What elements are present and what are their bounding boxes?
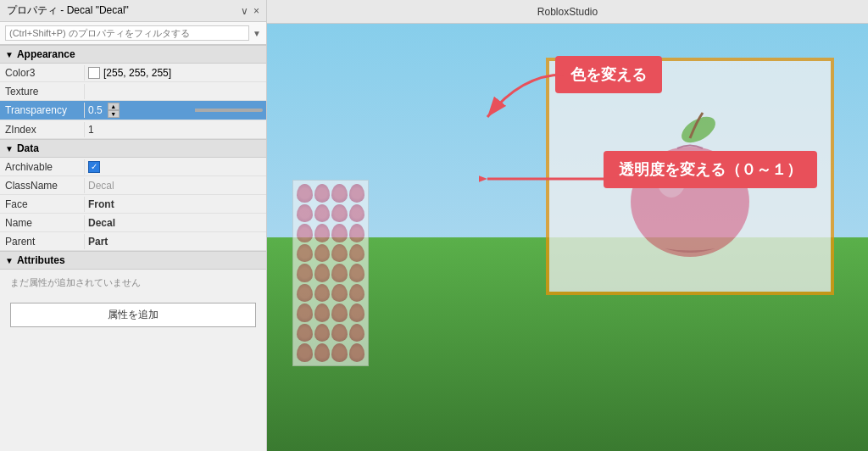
- parent-text: Part: [88, 236, 108, 248]
- texture-label: Texture: [0, 84, 85, 99]
- apple-dot: [331, 264, 348, 282]
- zindex-value[interactable]: 1: [85, 122, 266, 137]
- color-swatch[interactable]: [88, 67, 100, 79]
- face-value[interactable]: Front: [85, 197, 266, 212]
- apple-dot: [349, 244, 365, 263]
- transparency-value[interactable]: 0.5 ▲ ▼: [85, 101, 266, 120]
- apple-dot: [349, 224, 365, 242]
- apple-dot: [349, 204, 365, 223]
- callout-transparency: 透明度を変える（０～１）: [604, 151, 817, 188]
- attributes-empty-text: まだ属性が追加されていません: [0, 270, 266, 296]
- apple-dot: [314, 284, 331, 303]
- apple-dot: [331, 184, 348, 203]
- parent-label: Parent: [0, 234, 85, 249]
- name-value[interactable]: Decal: [85, 215, 266, 231]
- callout-transparency-text: 透明度を変える（０～１）: [619, 161, 802, 178]
- apple-dot: [297, 184, 313, 203]
- filter-input[interactable]: [5, 25, 249, 41]
- data-collapse-icon: ▼: [5, 144, 14, 153]
- apple-dot: [314, 224, 331, 242]
- panel-title: プロパティ - Decal "Decal": [7, 3, 129, 18]
- parent-value[interactable]: Part: [85, 234, 266, 249]
- face-label: Face: [0, 197, 85, 212]
- filter-row: ▼: [0, 22, 266, 45]
- appearance-section-header[interactable]: ▼ Appearance: [0, 45, 266, 64]
- color3-text: [255, 255, 255]: [103, 67, 171, 79]
- apple-dot: [331, 244, 348, 263]
- apple-dot: [314, 204, 331, 223]
- viewport-header: RobloxStudio: [267, 0, 868, 24]
- attributes-section-header[interactable]: ▼ Attributes: [0, 251, 266, 270]
- transparency-spinner[interactable]: ▲ ▼: [108, 103, 120, 118]
- attributes-collapse-icon: ▼: [5, 256, 14, 265]
- archivable-row: Archivable ✓: [0, 158, 266, 176]
- viewport-title: RobloxStudio: [537, 6, 598, 18]
- apple-dot: [331, 324, 348, 342]
- apple-dot: [331, 204, 348, 223]
- apple-dot: [297, 284, 313, 303]
- panel-controls: ∨ ×: [241, 5, 259, 17]
- zindex-text: 1: [88, 124, 94, 136]
- data-section-header[interactable]: ▼ Data: [0, 139, 266, 158]
- name-text: Decal: [88, 217, 115, 229]
- add-attribute-button[interactable]: 属性を追加: [10, 303, 256, 327]
- apple-dot: [297, 324, 313, 342]
- transparency-label: Transparency: [0, 103, 85, 118]
- apple-dot: [331, 343, 348, 362]
- classname-text: Decal: [88, 180, 114, 192]
- name-row: Name Decal: [0, 214, 266, 232]
- face-row: Face Front: [0, 195, 266, 214]
- apple-dot: [331, 224, 348, 242]
- transparency-row[interactable]: Transparency 0.5 ▲ ▼: [0, 101, 266, 120]
- viewport: RobloxStudio: [267, 0, 868, 451]
- apple-dot: [349, 303, 365, 322]
- zindex-label: ZIndex: [0, 122, 85, 137]
- collapse-button[interactable]: ∨: [241, 5, 248, 17]
- apple-dot: [314, 324, 331, 342]
- apple-block-left: [292, 180, 369, 366]
- apple-dot: [331, 284, 348, 303]
- apple-dot: [331, 303, 348, 322]
- name-label: Name: [0, 215, 85, 231]
- apple-dot: [297, 204, 313, 223]
- zindex-row: ZIndex 1: [0, 120, 266, 139]
- appearance-collapse-icon: ▼: [5, 50, 14, 59]
- archivable-label: Archivable: [0, 159, 85, 175]
- color3-value[interactable]: [255, 255, 255]: [85, 65, 266, 81]
- apple-dot: [349, 324, 365, 342]
- classname-value: Decal: [85, 178, 266, 193]
- apple-dot: [349, 343, 365, 362]
- apple-dot: [297, 224, 313, 242]
- filter-arrow-icon: ▼: [253, 29, 261, 38]
- transparency-slider[interactable]: [126, 109, 263, 112]
- color3-label: Color3: [0, 65, 85, 81]
- properties-panel: プロパティ - Decal "Decal" ∨ × ▼ ▼ Appearance…: [0, 0, 267, 451]
- archivable-checkbox[interactable]: ✓: [88, 161, 100, 173]
- apple-dot: [314, 244, 331, 263]
- close-button[interactable]: ×: [253, 5, 259, 17]
- scene-background: 色を変える 透明度を変える（０～１）: [267, 24, 868, 451]
- apple-dot: [297, 244, 313, 263]
- svg-point-0: [677, 112, 720, 148]
- apple-dot: [297, 303, 313, 322]
- classname-label: ClassName: [0, 178, 85, 193]
- spinner-down[interactable]: ▼: [108, 110, 120, 118]
- apple-dot: [349, 284, 365, 303]
- classname-row: ClassName Decal: [0, 176, 266, 195]
- attributes-section-label: Attributes: [17, 254, 65, 266]
- appearance-section-label: Appearance: [17, 48, 75, 60]
- texture-row: Texture: [0, 82, 266, 101]
- apple-dot: [314, 343, 331, 362]
- archivable-value[interactable]: ✓: [85, 159, 266, 175]
- callout-color-text: 色を変える: [570, 66, 647, 83]
- spinner-up[interactable]: ▲: [108, 103, 120, 110]
- data-section-label: Data: [17, 142, 39, 154]
- color3-row: Color3 [255, 255, 255]: [0, 64, 266, 82]
- apple-dot: [349, 184, 365, 203]
- apple-dot: [297, 264, 313, 282]
- transparency-number: 0.5: [88, 104, 103, 116]
- apple-dot: [314, 303, 331, 322]
- texture-value[interactable]: [85, 90, 266, 93]
- apple-dot: [349, 264, 365, 282]
- callout-color: 色を変える: [555, 56, 662, 93]
